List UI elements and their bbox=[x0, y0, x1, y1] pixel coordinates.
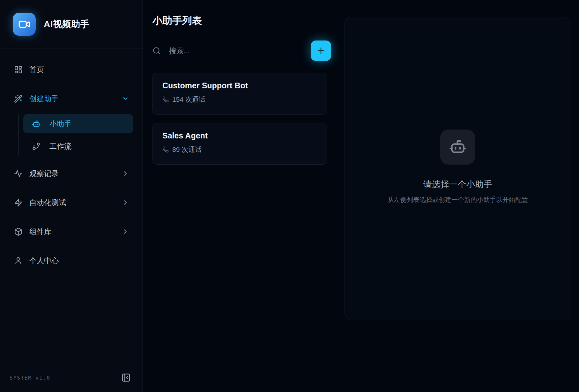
empty-state-title: 请选择一个小助手 bbox=[423, 179, 492, 190]
phone-icon bbox=[162, 96, 169, 103]
sidebar-item-label: 创建助手 bbox=[29, 94, 122, 104]
sidebar-item-label: 工作流 bbox=[49, 141, 71, 151]
sidebar-item-label: 自动化测试 bbox=[29, 198, 122, 208]
sidebar-item-profile[interactable]: 个人中心 bbox=[8, 252, 135, 270]
sidebar-item-home[interactable]: 首页 bbox=[8, 61, 135, 78]
zap-icon bbox=[14, 198, 23, 207]
assistant-detail-panel: 请选择一个小助手 从左侧列表选择或创建一个新的小助手以开始配置 bbox=[345, 17, 571, 320]
sidebar-item-create-assistant[interactable]: 创建助手 bbox=[8, 90, 135, 107]
sidebar-item-label: 首页 bbox=[29, 65, 129, 75]
app-logo bbox=[13, 13, 36, 36]
bot-icon bbox=[32, 120, 41, 128]
bot-icon bbox=[449, 138, 467, 156]
activity-icon bbox=[14, 169, 23, 178]
sidebar-item-label: 个人中心 bbox=[29, 256, 129, 266]
assistant-list-panel: 小助手列表 Customer Support Bot bbox=[143, 0, 345, 392]
chevron-right-icon bbox=[122, 199, 129, 206]
git-branch-icon bbox=[32, 142, 41, 151]
assistant-card[interactable]: Customer Support Bot 154 次通话 bbox=[152, 73, 327, 115]
assistant-call-count-row: 154 次通话 bbox=[162, 95, 317, 104]
sidebar-item-assistants[interactable]: 小助手 bbox=[23, 114, 133, 133]
sidebar-footer: SYSTEM v1.0 bbox=[0, 363, 142, 392]
sidebar-item-automation-testing[interactable]: 自动化测试 bbox=[8, 194, 135, 211]
box-icon bbox=[14, 227, 23, 236]
plus-icon bbox=[316, 46, 326, 55]
magic-wand-icon bbox=[14, 94, 23, 103]
assistant-card[interactable]: Sales Agent 89 次通话 bbox=[152, 123, 327, 165]
assistant-card-list: Customer Support Bot 154 次通话 Sales Agent bbox=[152, 73, 327, 165]
sidebar: AI视频助手 首页 创建助手 bbox=[0, 0, 143, 392]
chevron-right-icon bbox=[122, 228, 129, 235]
assistant-call-count-row: 89 次通话 bbox=[162, 145, 317, 154]
page-title: 小助手列表 bbox=[152, 14, 345, 27]
system-version-label: SYSTEM v1.0 bbox=[10, 375, 50, 381]
sidebar-item-label: 小助手 bbox=[49, 119, 71, 129]
phone-icon bbox=[162, 146, 169, 153]
chevron-right-icon bbox=[122, 170, 129, 177]
sidebar-nav: 首页 创建助手 小助手 bbox=[0, 49, 142, 270]
create-assistant-submenu: 小助手 工作流 bbox=[8, 114, 135, 156]
sidebar-item-component-library[interactable]: 组件库 bbox=[8, 223, 135, 240]
panel-left-close-icon bbox=[121, 373, 131, 382]
empty-state-icon-box bbox=[440, 129, 475, 165]
sidebar-item-workflow[interactable]: 工作流 bbox=[23, 137, 133, 156]
assistant-call-count: 89 次通话 bbox=[172, 145, 202, 154]
video-camera-icon bbox=[18, 18, 30, 30]
assistant-name: Sales Agent bbox=[162, 131, 317, 140]
empty-state: 请选择一个小助手 从左侧列表选择或创建一个新的小助手以开始配置 bbox=[388, 129, 528, 204]
sidebar-header: AI视频助手 bbox=[0, 0, 142, 49]
dashboard-icon bbox=[14, 65, 23, 74]
empty-state-subtitle: 从左侧列表选择或创建一个新的小助手以开始配置 bbox=[388, 196, 528, 204]
search-icon bbox=[152, 47, 161, 55]
assistant-call-count: 154 次通话 bbox=[172, 95, 205, 104]
sidebar-item-label: 观察记录 bbox=[29, 169, 122, 179]
user-icon bbox=[14, 256, 23, 265]
sidebar-item-label: 组件库 bbox=[29, 227, 122, 237]
collapse-sidebar-button[interactable] bbox=[121, 373, 131, 382]
app-title: AI视频助手 bbox=[44, 18, 89, 30]
search-input[interactable] bbox=[169, 47, 304, 55]
add-assistant-button[interactable] bbox=[311, 41, 331, 61]
sidebar-item-observation-logs[interactable]: 观察记录 bbox=[8, 165, 135, 182]
assistant-name: Customer Support Bot bbox=[162, 81, 317, 90]
search-row bbox=[152, 40, 331, 61]
chevron-down-icon bbox=[122, 95, 129, 102]
